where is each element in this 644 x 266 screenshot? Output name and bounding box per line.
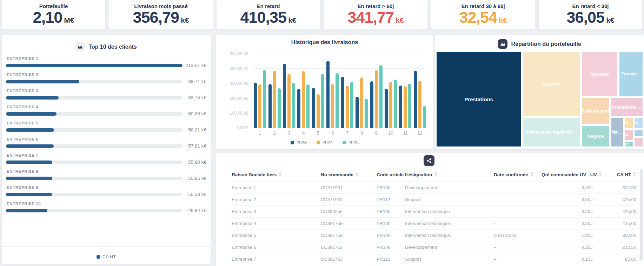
bar-2024[interactable] bbox=[375, 70, 378, 128]
bar-2025[interactable] bbox=[365, 99, 368, 128]
bar-2024[interactable] bbox=[418, 81, 421, 128]
treemap-tile[interactable] bbox=[634, 130, 643, 137]
treemap-tile[interactable]: Prestations bbox=[436, 51, 522, 147]
bar-2024[interactable] bbox=[404, 86, 407, 128]
treemap-tile[interactable]: Formati… bbox=[619, 51, 643, 97]
legend-item-2025[interactable]: 2025 bbox=[343, 140, 359, 145]
client-bar-row[interactable]: ENTREPRISE 1213,01 k€ bbox=[6, 56, 206, 68]
table-row[interactable]: Entreprise 7CC391753PR112Support–0,10J85… bbox=[232, 253, 636, 265]
column-header[interactable]: Désignation bbox=[405, 169, 494, 182]
bar-2025[interactable] bbox=[423, 106, 426, 128]
table-scrollbar[interactable] bbox=[640, 169, 643, 261]
bar-group[interactable] bbox=[354, 77, 369, 128]
bar-2024[interactable] bbox=[258, 84, 261, 128]
sort-icon[interactable] bbox=[599, 172, 602, 176]
bar-2024[interactable] bbox=[317, 94, 320, 128]
bar-2023[interactable] bbox=[268, 84, 272, 128]
export-button[interactable] bbox=[424, 155, 434, 166]
client-bar-row[interactable]: ENTREPRISE 558,21 k€ bbox=[6, 121, 206, 132]
treemap-tile[interactable]: Mai… bbox=[611, 117, 624, 147]
treemap-tile[interactable]: N… bbox=[634, 117, 643, 129]
bar-group[interactable] bbox=[325, 61, 340, 128]
bar-group[interactable] bbox=[398, 84, 412, 128]
bar-2024[interactable] bbox=[389, 82, 392, 128]
table-row[interactable]: Entreprise 4CC381759PR100Intervention te… bbox=[232, 218, 636, 230]
legend-item-2023[interactable]: 2023 bbox=[291, 140, 307, 145]
table-row[interactable]: Entreprise 1CC371931PR108Développement–0… bbox=[232, 182, 636, 194]
bar-2025[interactable] bbox=[321, 74, 324, 128]
table-row[interactable]: Entreprise 5CC381759PR100Intervention te… bbox=[232, 230, 636, 241]
sort-icon[interactable] bbox=[356, 172, 359, 176]
bar-group[interactable] bbox=[413, 71, 427, 128]
bar-2023[interactable] bbox=[370, 81, 373, 128]
bar-2023[interactable] bbox=[326, 61, 330, 128]
sort-icon[interactable] bbox=[434, 172, 437, 176]
column-header[interactable]: Date confirmée bbox=[494, 169, 542, 182]
bar-2025[interactable] bbox=[379, 65, 383, 128]
bar-2025[interactable] bbox=[292, 83, 295, 128]
treemap-tile[interactable]: Pr… bbox=[624, 141, 633, 147]
bar-2024[interactable] bbox=[346, 86, 349, 128]
table-row[interactable]: Entreprise 2CC371931PR112Support–0,50J42… bbox=[232, 194, 636, 206]
client-bar-row[interactable]: ENTREPRISE 460,88 k€ bbox=[6, 105, 206, 116]
bar-2025[interactable] bbox=[408, 84, 411, 128]
bar-group[interactable] bbox=[384, 80, 398, 128]
bar-group[interactable] bbox=[282, 64, 296, 128]
column-header[interactable]: CA HT bbox=[605, 169, 636, 182]
treemap-tile[interactable] bbox=[634, 137, 643, 147]
bar-2023[interactable] bbox=[356, 97, 359, 128]
bar-2023[interactable] bbox=[312, 88, 315, 128]
column-header[interactable]: Code article bbox=[377, 169, 405, 182]
client-bar-row[interactable]: ENTREPRISE 288,71 k€ bbox=[6, 73, 206, 84]
legend-item-2024[interactable]: 2024 bbox=[317, 140, 333, 145]
client-bar-row[interactable]: ENTREPRISE 955,58 k€ bbox=[6, 185, 206, 197]
bar-2024[interactable] bbox=[331, 84, 334, 128]
bar-group[interactable] bbox=[369, 65, 383, 128]
bar-2025[interactable] bbox=[336, 73, 339, 128]
sort-icon[interactable] bbox=[633, 172, 636, 176]
client-bar-row[interactable]: ENTREPRISE 855,86 k€ bbox=[6, 169, 206, 181]
bar-group[interactable] bbox=[253, 70, 267, 128]
bar-2023[interactable] bbox=[385, 89, 388, 128]
bar-2025[interactable] bbox=[394, 80, 397, 128]
bar-2024[interactable] bbox=[273, 71, 276, 128]
bar-2025[interactable] bbox=[278, 88, 281, 128]
table-row[interactable]: Entreprise 6CC391753PR108Développement–0… bbox=[232, 241, 636, 253]
client-bar-row[interactable]: ENTREPRISE 363,74 k€ bbox=[6, 89, 206, 100]
treemap-tile[interactable]: M… bbox=[624, 117, 633, 129]
treemap-tile[interactable]: Prestations … bbox=[611, 97, 643, 117]
bar-2023[interactable] bbox=[414, 71, 417, 128]
sort-icon[interactable] bbox=[406, 172, 409, 176]
treemap-tile[interactable]: Frais de port bbox=[582, 97, 610, 125]
treemap-tile[interactable]: Synoptic bbox=[582, 51, 618, 97]
column-header[interactable]: UV bbox=[590, 169, 605, 182]
client-bar-row[interactable]: ENTREPRISE 755,90 k€ bbox=[6, 153, 206, 165]
bar-group[interactable] bbox=[340, 77, 354, 128]
bar-2023[interactable] bbox=[297, 89, 300, 128]
bar-2024[interactable] bbox=[360, 77, 363, 128]
client-bar-row[interactable]: ENTREPRISE 1049,84 k€ bbox=[6, 202, 206, 213]
sort-icon[interactable] bbox=[530, 172, 533, 176]
column-header[interactable]: Raison Sociale tiers bbox=[232, 169, 321, 182]
bar-2023[interactable] bbox=[341, 77, 344, 128]
treemap-tile[interactable]: Négoce bbox=[582, 125, 610, 147]
bar-2024[interactable] bbox=[287, 74, 291, 128]
bar-2025[interactable] bbox=[350, 82, 353, 128]
bar-2023[interactable] bbox=[254, 83, 257, 128]
bar-2023[interactable] bbox=[399, 86, 402, 128]
bar-2025[interactable] bbox=[263, 70, 266, 128]
sort-icon[interactable] bbox=[279, 172, 282, 176]
bar-group[interactable] bbox=[311, 74, 325, 128]
treemap-tile[interactable]: M… bbox=[624, 130, 633, 141]
treemap-tile[interactable]: Maintenance Applicatio… bbox=[522, 117, 580, 147]
column-header[interactable]: No commande bbox=[321, 169, 377, 182]
client-bar-row[interactable]: ENTREPRISE 657,81 k€ bbox=[6, 137, 206, 149]
column-header[interactable]: Qté commandée UV bbox=[542, 169, 590, 182]
bar-2024[interactable] bbox=[302, 71, 305, 128]
legend-item-ca-ht[interactable]: CA HT bbox=[97, 254, 116, 259]
treemap-tile[interactable]: Support bbox=[522, 51, 580, 116]
table-row[interactable]: Entreprise 3CC380255PR100Intervention te… bbox=[232, 206, 636, 218]
bar-2023[interactable] bbox=[283, 64, 286, 128]
bar-group[interactable] bbox=[267, 71, 281, 128]
bar-group[interactable] bbox=[296, 71, 311, 128]
